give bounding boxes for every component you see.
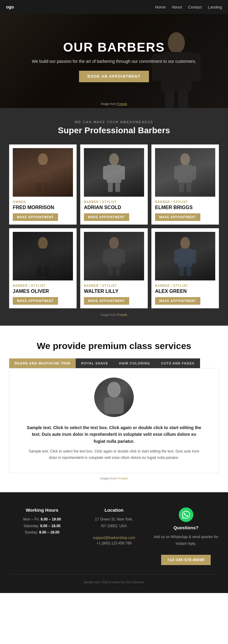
svg-rect-27 [49,250,54,263]
svg-rect-16 [108,182,113,192]
services-section-title: We provide premium class services [9,341,219,351]
barber-card-adrian: BARBER / STYLIST ADRIAN SCOLD MAKE APPOI… [80,144,148,225]
barbers-credit: Image from Freepik [9,313,219,317]
svg-point-24 [38,237,48,249]
svg-rect-26 [32,250,37,263]
questions-text: Add us on WhatsApp & send queries for in… [153,534,219,547]
svg-rect-4 [165,90,174,108]
location-address1: 17 Green St, New York, [81,516,147,523]
barber-card-walter: BARBER / STYLIST WALTER LILLY MAKE APPOI… [80,228,148,308]
svg-rect-15 [120,166,125,180]
svg-rect-13 [107,165,121,183]
barber-figure-walter [102,236,126,276]
nav-home[interactable]: Home [155,5,166,9]
service-content: Sample text. Click to select the text bo… [9,368,219,473]
tab-beard[interactable]: BEARD AND MUSTACHE TRIM [9,358,76,368]
svg-point-12 [109,153,119,165]
location-title: Location [81,507,147,513]
svg-point-18 [180,153,190,165]
barber-photo-james [13,232,73,280]
svg-rect-35 [115,266,120,276]
barbers-grid: OWNER FRED MORRISON MAKE APPOINTMENT BAR… [9,144,219,308]
weekday-hours: 8.00 – 19.00 [41,517,61,521]
barber-role-james: BARBER / STYLIST [13,284,73,287]
phone-button[interactable]: +12-345-678-89089 [161,555,211,565]
hero-section: OUR BARBERS We build our passion for the… [0,14,228,108]
barber-photo-alex [155,232,215,280]
barber-figure-alex [173,236,197,276]
nav-contact[interactable]: Contact [188,5,202,9]
barber-role-elmer: BARBER / STYLIST [155,200,215,204]
svg-rect-28 [37,266,42,276]
footer: Working Hours Mon – Fri: 8.00 – 19.00 Sa… [0,492,228,593]
footer-bottom: Sample text. Click to select the Text El… [9,574,219,584]
working-hours-title: Working Hours [9,507,75,513]
barbers-credit-link[interactable]: Freepik [117,313,127,317]
barber-role-fred: OWNER [13,200,73,204]
tab-cuts[interactable]: CUTS AND FADES [156,358,200,368]
barber-name-walter: WALTER LILLY [84,289,144,294]
hero-credit-link[interactable]: Freepik [117,102,127,106]
footer-questions: Questions? Add us on WhatsApp & send que… [153,507,219,565]
working-hours-saturday: Saturday: 8.00 – 18.00 [9,523,75,530]
barber-name-alex: ALEX GREEN [155,289,215,294]
barber-card-fred: OWNER FRED MORRISON MAKE APPOINTMENT [9,144,77,225]
sunday-label: Sunday: [25,530,38,534]
tab-coloring[interactable]: HAIR COLORING [114,358,156,368]
svg-rect-20 [174,166,179,180]
svg-rect-41 [186,266,191,276]
location-phone[interactable]: +1 (800) 123 456 789 [96,541,131,545]
hero-content: OUR BARBERS We build our passion for the… [26,34,202,88]
appointment-btn-fred[interactable]: MAKE APPOINTMENT [13,213,58,221]
book-appointment-button[interactable]: BOOK AN APPOINTMENT [79,71,149,82]
svg-rect-5 [178,90,188,108]
barber-role-adrian: BARBER / STYLIST [84,200,144,204]
footer-bottom-text: Sample text. Click to select the Text El… [84,581,144,584]
nav-links: Home About Contact Landing [155,5,222,9]
svg-rect-39 [191,250,196,263]
barber-name-adrian: ADRIAN SCOLD [84,205,144,210]
appointment-btn-alex[interactable]: MAKE APPOINTMENT [155,297,200,305]
navbar: ogo Home About Contact Landing [0,0,228,14]
whatsapp-icon [179,507,193,522]
hero-credit-text: Image from [101,102,117,106]
svg-rect-31 [107,249,121,267]
barber-role-alex: BARBER / STYLIST [155,284,215,287]
svg-rect-19 [178,165,192,183]
hero-subtitle: We build our passion for the art of barb… [32,58,196,65]
location-email[interactable]: support@barbershop.com [93,536,135,540]
barbers-section: WE CAN MAKE YOUR AWESOMENESS Super Profe… [0,108,228,326]
services-credit-text: Images from [100,477,118,480]
services-credit-link[interactable]: Freepik [118,477,128,480]
hero-title: OUR BARBERS [32,40,196,55]
appointment-btn-james[interactable]: MAKE APPOINTMENT [13,297,58,305]
barber-name-james: JAMES OLIVER [13,289,73,294]
footer-working-hours: Working Hours Mon – Fri: 8.00 – 19.00 Sa… [9,507,75,565]
appointment-btn-adrian[interactable]: MAKE APPOINTMENT [84,213,129,221]
appointment-btn-elmer[interactable]: MAKE APPOINTMENT [155,213,200,221]
service-person-image [99,381,129,414]
svg-point-6 [38,153,48,165]
svg-rect-10 [37,182,42,192]
svg-point-36 [180,237,190,249]
barber-figure-james [31,236,55,276]
appointment-btn-walter[interactable]: MAKE APPOINTMENT [84,297,129,305]
svg-rect-14 [103,166,108,180]
saturday-hours: 8.00 – 18.00 [40,524,60,528]
nav-landing[interactable]: Landing [208,5,222,9]
nav-about[interactable]: About [172,5,182,9]
svg-rect-34 [108,266,113,276]
weekday-label: Mon – Fri: [23,517,40,521]
svg-rect-33 [120,250,125,263]
tab-shave[interactable]: ROYAL SHAVE [76,358,113,368]
svg-rect-7 [36,165,50,183]
svg-rect-37 [178,249,192,267]
svg-rect-17 [115,182,120,192]
barber-figure-elmer [173,153,197,192]
barbers-credit-text: Image from [101,313,117,317]
barbers-section-label: WE CAN MAKE YOUR AWESOMENESS [9,120,219,124]
svg-rect-29 [44,266,49,276]
working-hours-sunday: Sunday: 8.00 – 18.00 [9,529,75,536]
svg-rect-38 [174,250,179,263]
svg-rect-23 [186,182,191,192]
